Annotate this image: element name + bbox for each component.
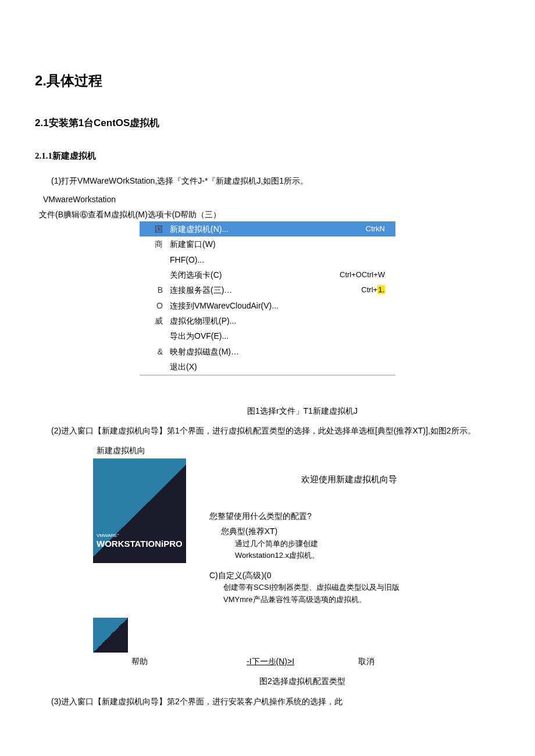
file-menu-dropdown: 国 新建虚拟机(N)... CtrkN 商 新建窗口(W) FHF(O)... … — [140, 221, 395, 375]
menu-label: 退出(X) — [167, 360, 385, 373]
menu-item-new-window[interactable]: 商 新建窗口(W) — [140, 237, 395, 252]
menu-item-exit[interactable]: 退出(X) — [140, 359, 395, 374]
help-button[interactable]: 帮助 — [131, 655, 148, 668]
option-desc: 创建带有SCSI控制器类型、虚拟磁盘类型以及与旧版 — [223, 582, 488, 594]
wizard-option-custom[interactable]: C)自定义(高级)(0 创建带有SCSI控制器类型、虚拟磁盘类型以及与旧版 VM… — [209, 569, 488, 606]
wizard-image-big-text: WORKSTATIONiPRO — [93, 539, 186, 563]
menu-icon-placeholder: 商 — [140, 238, 167, 250]
figure-2-caption: 图2选择虚拟机配置类型 — [35, 675, 535, 687]
app-title: VMwareWorkstation — [35, 193, 535, 206]
menu-item-virtualize[interactable]: 威 虚拟化物理机(P)... — [140, 313, 395, 328]
menu-label: 连接服务器(三)… — [167, 284, 361, 296]
menu-icon-placeholder: 国 — [140, 223, 167, 235]
menu-shortcut: CtrkN — [366, 223, 395, 235]
heading-1: 2.具体过程 — [35, 70, 535, 92]
menu-label: 导出为OVF(E)... — [167, 329, 385, 342]
step-2: (2)进入窗口【新建虚拟机向导】第1个界面，进行虚拟机配置类型的选择，此处选择单… — [35, 424, 535, 437]
menu-item-close-tab[interactable]: 关闭选项卡(C) Ctrl+OCtrl+W — [140, 267, 395, 282]
wizard-welcome: 欢迎使用新建虚拟机向导 — [209, 472, 488, 486]
wizard-question: 您整望使用什么类型的配置? — [209, 510, 488, 522]
heading-3: 2.1.1新建虚拟机 — [35, 149, 535, 163]
menu-label: 连接到VMWarevCloudAir(V)... — [167, 299, 385, 312]
wizard-option-typical[interactable]: 您典型(推荐XT) 通过几个简单的步骤创建 Workstation12.x虚拟机… — [221, 525, 488, 562]
menu-bar: 文件(B腆辑⑥查看M虚拟机(M)选项卡(D帮助（三） — [35, 208, 535, 221]
wizard-thumbnail-icon — [93, 618, 128, 653]
menu-icon-placeholder: 威 — [140, 314, 167, 327]
wizard-dialog: 新建虚拟机向 VMWARE" WORKSTATIONiPRO 欢迎使用新建虚拟机… — [93, 443, 488, 668]
wizard-image: VMWARE" WORKSTATIONiPRO — [93, 458, 186, 563]
wizard-title: 新建虚拟机向 — [93, 443, 488, 458]
menu-icon-placeholder: O — [140, 299, 167, 312]
cancel-button[interactable]: 取消 — [358, 655, 374, 668]
menu-item-connect-cloud[interactable]: O 连接到VMWarevCloudAir(V)... — [140, 298, 395, 313]
menu-label: FHF(O)... — [167, 253, 385, 266]
menu-item-export-ovf[interactable]: 导出为OVF(E)... — [140, 328, 395, 343]
menu-shortcut: Ctrl+1. — [361, 284, 395, 296]
menu-shortcut: Ctrl+OCtrl+W — [340, 269, 395, 281]
menu-label: 新建虚拟机(N)... — [167, 223, 366, 235]
option-title: C)自定义(高级)(0 — [209, 569, 488, 582]
menu-item-connect-server[interactable]: B 连接服务器(三)… Ctrl+1. — [140, 282, 395, 298]
step-1: (1)打开VMWareWOrkStation,选择『文件J-*『新建虚拟机J,如… — [35, 174, 535, 187]
figure-1-caption: 图1选择r文件」T1新建虚拟机J — [35, 404, 535, 417]
option-title: 您典型(推荐XT) — [221, 525, 488, 538]
menu-label: 关闭选项卡(C) — [167, 268, 340, 281]
step-3: (3)进入窗口【新建虚拟机向导】第2个界面，进行安装客户机操作系统的选择，此 — [35, 695, 535, 708]
menu-label: 虚拟化物理机(P)... — [167, 314, 385, 327]
wizard-content: 欢迎使用新建虚拟机向导 您整望使用什么类型的配置? 您典型(推荐XT) 通过几个… — [186, 458, 488, 563]
option-desc: 通过几个简单的步骤创建 — [235, 538, 488, 550]
option-desc: VMYmre产品兼容性等高级选项的虚拟机。 — [223, 594, 488, 606]
menu-icon-placeholder: B — [140, 284, 167, 296]
menu-item-fhf[interactable]: FHF(O)... — [140, 252, 395, 267]
menu-item-map-disk[interactable]: & 映射虚拟磁盘(M)… — [140, 344, 395, 359]
menu-label: 新建窗口(W) — [167, 238, 385, 250]
menu-item-new-vm[interactable]: 国 新建虚拟机(N)... CtrkN — [140, 221, 395, 237]
wizard-buttons: 帮助 -I下一步(N)>I 取消 — [93, 655, 488, 668]
menu-label: 映射虚拟磁盘(M)… — [167, 345, 385, 358]
heading-2: 2.1安装第1台CentOS虚拟机 — [35, 115, 535, 131]
menu-icon-placeholder: & — [140, 345, 167, 358]
next-button[interactable]: -I下一步(N)>I — [247, 655, 294, 668]
option-desc: Workstation12.x虚拟机。 — [235, 550, 488, 562]
